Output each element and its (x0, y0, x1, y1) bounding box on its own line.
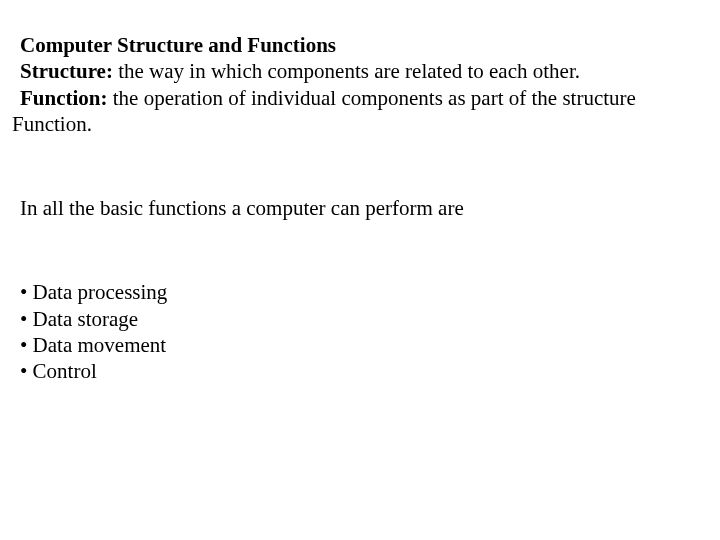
bullet-text: Control (33, 359, 97, 383)
function-trailing-text: Function. (12, 112, 92, 136)
function-text: the operation of individual components a… (108, 86, 636, 110)
bullet-item-0: • Data processing (20, 279, 720, 305)
intro-line: In all the basic functions a computer ca… (20, 195, 720, 221)
intro-text: In all the basic functions a computer ca… (20, 196, 464, 220)
definition-structure: Structure: the way in which components a… (20, 58, 720, 84)
bullet-item-1: • Data storage (20, 306, 720, 332)
spacer-1 (20, 137, 720, 195)
bullet-item-3: • Control (20, 358, 720, 384)
bullet-text: Data movement (33, 333, 167, 357)
function-label: Function: (20, 86, 108, 110)
bullet-item-2: • Data movement (20, 332, 720, 358)
title-line: Computer Structure and Functions (20, 32, 720, 58)
spacer-2 (20, 221, 720, 279)
page-title: Computer Structure and Functions (20, 33, 336, 57)
structure-label: Structure: (20, 59, 113, 83)
bullet-text: Data storage (33, 307, 139, 331)
bullet-text: Data processing (33, 280, 168, 304)
structure-text: the way in which components are related … (113, 59, 580, 83)
document-body: Computer Structure and Functions Structu… (0, 32, 720, 384)
function-trailing: Function. (12, 111, 720, 137)
definition-function: Function: the operation of individual co… (20, 85, 720, 111)
